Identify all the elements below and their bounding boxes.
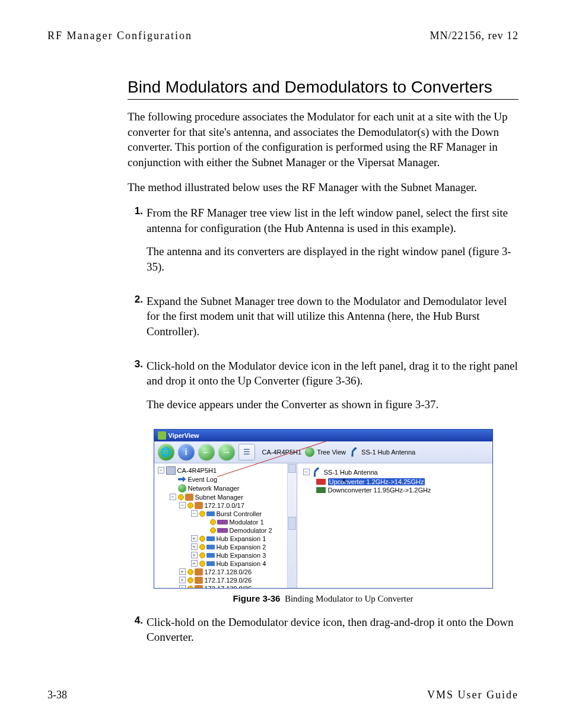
subnet-icon [195,585,203,588]
figure-label: Figure 3-36 [233,593,280,603]
step-number-3: 3. [128,358,143,421]
intro-paragraph-1: The following procedure associates the M… [128,109,519,170]
tree-network-manager[interactable]: Network Manager [188,485,240,492]
tree-subnet-2[interactable]: 172.17.128.0/26 [205,568,252,576]
subnet-icon [185,494,193,501]
window-title: ViperView [168,432,199,439]
subnet-icon [195,502,203,509]
toolbar: 🌐 i ← → ☰ CA-4R4P5H1 Tree View SS-1 Hub … [154,441,492,463]
modulator-icon [217,520,228,524]
tree-modulator-1[interactable]: Modulator 1 [230,519,264,526]
expand-icon[interactable]: + [191,535,198,542]
antenna-icon [349,447,359,457]
page-number: 3-38 [47,689,67,701]
intro-paragraph-2: The method illustrated below uses the RF… [128,180,519,195]
downconverter-icon [316,487,326,493]
figure-caption: Binding Modulator to Up Converter [285,594,414,603]
tree-hub-exp-1[interactable]: Hub Expansion 1 [217,535,266,542]
scrollbar[interactable] [287,463,297,588]
tree-burst-controller[interactable]: Burst Controller [217,510,262,517]
status-icon [210,519,216,525]
step-number-1: 1. [128,205,143,283]
footer-guide-title: VMS User Guide [427,689,519,701]
home-globe-button[interactable]: 🌐 [158,444,174,460]
status-icon [187,586,193,588]
tree-subnet-1[interactable]: 172.17.0.0/17 [205,502,244,509]
status-icon [199,544,205,550]
right-antenna[interactable]: SS-1 Hub Antenna [324,469,378,476]
step-1-text-b: The antenna and its converters are displ… [147,244,519,274]
back-button[interactable]: ← [198,444,215,460]
tree-subnet-3[interactable]: 172.17.129.0/26 [205,577,252,584]
window-titlebar[interactable]: ViperView [154,430,492,441]
tree-event-log[interactable]: Event Log [188,476,218,483]
breadcrumb-leaf[interactable]: SS-1 Hub Antenna [361,449,415,456]
expand-icon[interactable]: + [191,543,198,550]
step-4-text: Click-hold on the Demodulator device ico… [147,615,519,645]
status-icon [210,527,216,533]
expand-icon[interactable]: + [191,552,198,558]
device-icon [206,511,215,516]
expand-icon[interactable]: + [179,568,186,575]
upconverter-icon [316,479,326,485]
left-tree-panel[interactable]: −CA-4R4P5H1 Event Log Network Manager −S… [154,463,297,588]
expand-icon[interactable]: + [179,577,186,583]
tree-toggle-button[interactable]: ☰ [239,444,255,460]
device-icon [206,553,215,558]
expand-icon[interactable]: − [158,467,164,473]
tree-subnet-4[interactable]: 172.17.130.0/26 [205,585,252,588]
status-icon [199,552,205,558]
server-icon [166,466,176,475]
device-icon [206,561,215,566]
network-icon [178,484,186,492]
subnet-icon [195,577,203,584]
expand-icon[interactable]: − [170,494,176,500]
status-icon [187,577,193,583]
status-icon [199,511,205,517]
right-tree-panel[interactable]: −SS-1 Hub Antenna Upconverter 1.2GHz->14… [297,463,492,588]
breadcrumb-root[interactable]: CA-4R4P5H1 [262,449,302,456]
status-icon [199,561,205,567]
antenna-icon [312,468,322,477]
tree-hub-exp-2[interactable]: Hub Expansion 2 [217,543,266,551]
globe-icon [305,447,314,457]
app-icon [158,431,166,440]
step-1-text-a: From the RF Manager tree view list in th… [147,205,519,236]
expand-icon[interactable]: − [191,510,198,517]
about-button[interactable]: i [178,444,195,460]
breadcrumb-view[interactable]: Tree View [317,449,346,456]
step-number-4: 4. [128,615,143,653]
expand-icon[interactable]: − [179,502,186,508]
demodulator-icon [217,528,228,533]
expand-icon[interactable]: − [303,469,310,475]
step-number-2: 2. [128,294,143,348]
status-icon [178,494,184,500]
right-downconverter[interactable]: Downconverter 11.95GHz->1.2GHz [328,487,431,494]
device-icon [206,545,215,549]
drag-cursor-icon: ↖ [342,476,348,485]
status-icon [187,503,193,508]
breadcrumb: CA-4R4P5H1 Tree View SS-1 Hub Antenna [262,447,416,457]
step-3-text-a: Click-hold on the Modulator device icon … [147,358,519,389]
step-2-text: Expand the Subnet Manager tree down to t… [147,294,519,339]
tree-hub-exp-4[interactable]: Hub Expansion 4 [217,560,266,567]
viperview-window: ViperView 🌐 i ← → ☰ CA-4R4P5H1 Tree View… [154,429,493,589]
tree-subnet-manager[interactable]: Subnet Manager [195,494,243,501]
device-icon [206,536,215,541]
expand-icon[interactable]: + [179,585,186,588]
section-heading: Bind Modulators and Demodulators to Conv… [128,78,519,100]
running-head-left: RF Manager Configuration [47,30,192,42]
tree-demodulator-2[interactable]: Demodulator 2 [230,527,272,534]
expand-icon[interactable]: + [191,560,198,567]
step-3-text-b: The device appears under the Converter a… [147,397,519,412]
tree-hub-exp-3[interactable]: Hub Expansion 3 [217,552,266,559]
status-icon [187,569,193,575]
event-log-icon [178,476,186,483]
forward-button[interactable]: → [218,444,235,460]
subnet-icon [195,568,203,576]
running-head-right: MN/22156, rev 12 [430,30,519,42]
status-icon [199,536,205,542]
tree-root[interactable]: CA-4R4P5H1 [177,467,217,474]
